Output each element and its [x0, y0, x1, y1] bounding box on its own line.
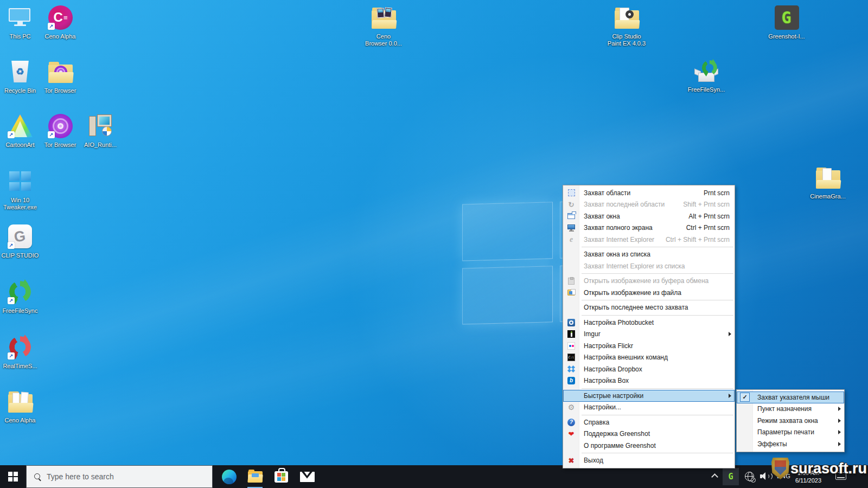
window-capture-icon: [563, 210, 579, 222]
desktop-icon-ceno-alpha-folder[interactable]: Ceno Alpha: [0, 388, 40, 424]
menu-item-imgur[interactable]: Imgur: [563, 329, 735, 341]
freefilesync-setup-icon: [694, 58, 719, 83]
open-image-file-icon: [563, 287, 579, 299]
menu-item-help[interactable]: ? Справка: [563, 416, 735, 428]
menu-item-exit[interactable]: ✖ Выход: [563, 455, 735, 467]
this-pc-icon: [9, 8, 31, 27]
desktop-icon-freefilesync[interactable]: FreeFileSync: [0, 279, 40, 314]
greenshot-icon: G: [775, 5, 799, 30]
submenu-item-print-options[interactable]: Параметры печати: [737, 427, 844, 439]
checkmark-icon: ✓: [740, 393, 750, 402]
menu-item-support-greenshot[interactable]: ❤ Поддержка Greenshot: [563, 428, 735, 440]
menu-item-external-commands-settings[interactable]: C:\ Настройка внешних команд: [563, 352, 735, 364]
icon-label: AIO_Runti...: [80, 142, 120, 149]
desktop-icon-win10-tweaker[interactable]: Win 10 Tweaker.exe: [0, 168, 40, 211]
menu-item-open-last-capture-location[interactable]: Открыть последнее место захвата: [563, 302, 735, 314]
icon-label: CinemaGra...: [808, 193, 848, 200]
menu-item-capture-fullscreen[interactable]: Захват полного экрана Ctrl + Prnt scrn: [563, 222, 735, 234]
menu-item-capture-window-from-list[interactable]: Захват окна из списка: [563, 249, 735, 261]
menu-item-capture-last-region[interactable]: ↻ Захват последней области Shift + Prnt …: [563, 199, 735, 211]
quick-settings-submenu: ✓ Захват указателя мыши Пункт назначения…: [736, 389, 845, 452]
taskbar-store-button[interactable]: [269, 465, 293, 488]
menu-separator: [582, 315, 733, 316]
submenu-arrow-icon: [838, 407, 841, 411]
menu-separator: [582, 300, 733, 300]
shortcut-arrow-icon: [8, 131, 15, 138]
submenu-item-destination[interactable]: Пункт назначения: [737, 403, 844, 415]
desktop-icon-realtimesync[interactable]: RealTimeS...: [0, 334, 40, 370]
folder-icon: [615, 10, 639, 29]
menu-item-open-from-file[interactable]: Открыть изображение из файла: [563, 287, 735, 299]
menu-item-photobucket-settings[interactable]: Настройка Photobucket: [563, 317, 735, 329]
icon-label: Greenshot-I...: [767, 33, 807, 40]
menu-item-dropbox-settings[interactable]: Настройка Dropbox: [563, 363, 735, 375]
folder-icon: [816, 170, 840, 189]
dropbox-icon: [563, 363, 579, 375]
desktop-icon-clip-studio[interactable]: G CLIP STUDIO: [0, 223, 40, 259]
menu-separator: [582, 388, 733, 389]
close-icon: ✖: [563, 455, 579, 467]
taskbar-edge-button[interactable]: [217, 465, 241, 488]
desktop-icon-clip-studio-paint-folder[interactable]: Clip Studio Paint EX 4.0.3: [607, 4, 647, 47]
watermark-crest-icon: [771, 458, 789, 479]
menu-separator: [582, 415, 733, 415]
menu-item-box-settings[interactable]: b Настройка Box: [563, 375, 735, 387]
volume-icon[interactable]: [760, 472, 772, 480]
desktop-icon-tor-browser[interactable]: Tor Browser: [40, 113, 80, 149]
file-explorer-icon: [248, 471, 263, 483]
desktop-icon-recycle-bin[interactable]: ♻ Recycle Bin: [0, 59, 40, 94]
menu-item-open-from-clipboard[interactable]: Открыть изображение из буфера обмена: [563, 275, 735, 287]
desktop-icon-ceno-browser-folder[interactable]: Ceno Browser 0.0...: [363, 4, 404, 47]
greenshot-tray-icon[interactable]: G: [723, 468, 739, 485]
tray-expand-chevron-icon[interactable]: [711, 473, 718, 480]
desktop-icon-ceno-alpha[interactable]: C≡ Ceno Alpha: [40, 4, 80, 40]
taskbar-file-explorer-button[interactable]: [243, 465, 267, 488]
desktop-icon-cartoonart[interactable]: CartoonArt: [0, 113, 40, 149]
desktop-icon-this-pc[interactable]: This PC: [0, 4, 40, 40]
desktop-icon-greenshot-installer[interactable]: G Greenshot-I...: [767, 4, 807, 40]
menu-item-about-greenshot[interactable]: О программе Greenshot: [563, 440, 735, 452]
submenu-item-capture-mouse-pointer[interactable]: ✓ Захват указателя мыши: [737, 391, 844, 403]
menu-item-quick-settings[interactable]: Быстрые настройки: [563, 390, 735, 402]
submenu-arrow-icon: [838, 442, 841, 446]
watermark-text: surasoft.ru: [790, 460, 867, 477]
taskbar-search[interactable]: [26, 465, 213, 488]
icon-label: CLIP STUDIO: [0, 252, 40, 259]
desktop-icon-freefilesync-installer[interactable]: FreeFileSyn...: [686, 57, 726, 93]
taskbar-mail-button[interactable]: [295, 465, 319, 488]
desktop-icon-aio-runtimes[interactable]: AIO_Runti...: [80, 113, 120, 149]
icon-label: FreeFileSyn...: [686, 86, 726, 93]
menu-separator: [582, 247, 733, 247]
region-capture-icon: [563, 187, 579, 199]
submenu-item-effects[interactable]: Эффекты: [737, 438, 844, 450]
shortcut-arrow-icon: [8, 297, 15, 304]
submenu-arrow-icon: [838, 430, 841, 434]
submenu-item-window-capture-mode[interactable]: Режим захвата окна: [737, 415, 844, 427]
microsoft-store-icon: [275, 471, 288, 483]
folder-icon: [8, 394, 33, 413]
menu-item-capture-region[interactable]: Захват области Prnt scrn: [563, 187, 735, 199]
icon-label: Clip Studio Paint EX 4.0.3: [607, 33, 647, 47]
fullscreen-capture-icon: [563, 222, 579, 234]
icon-label: Tor Browser: [40, 87, 80, 94]
taskbar: G ENG 1:19 AM 6/11/2023: [0, 465, 868, 488]
icon-label: Recycle Bin: [0, 87, 40, 94]
recycle-bin-icon: ♻: [10, 61, 30, 82]
menu-item-capture-window[interactable]: Захват окна Alt + Prnt scrn: [563, 210, 735, 222]
network-globe-icon[interactable]: [745, 472, 754, 481]
windows-logo-icon: [9, 171, 31, 191]
desktop-icon-cinemagra-folder[interactable]: CinemaGra...: [808, 164, 848, 200]
search-input[interactable]: [47, 472, 199, 481]
menu-item-capture-ie-from-list[interactable]: Захват Internet Explorer из списка: [563, 260, 735, 272]
menu-item-settings[interactable]: ⚙ Настройки...: [563, 402, 735, 414]
menu-item-capture-ie[interactable]: e Захват Internet Explorer Ctrl + Shift …: [563, 234, 735, 246]
icon-label: FreeFileSync: [0, 307, 40, 314]
menu-item-flickr-settings[interactable]: Настройка Flickr: [563, 340, 735, 352]
mail-icon: [300, 472, 315, 482]
folder-icon: [48, 65, 73, 83]
start-button[interactable]: [0, 465, 26, 488]
shortcut-arrow-icon: [8, 352, 15, 359]
icon-label: RealTimeS...: [0, 363, 40, 370]
windows-start-icon: [8, 472, 18, 481]
desktop-icon-tor-browser-folder[interactable]: Tor Browser: [40, 59, 80, 94]
